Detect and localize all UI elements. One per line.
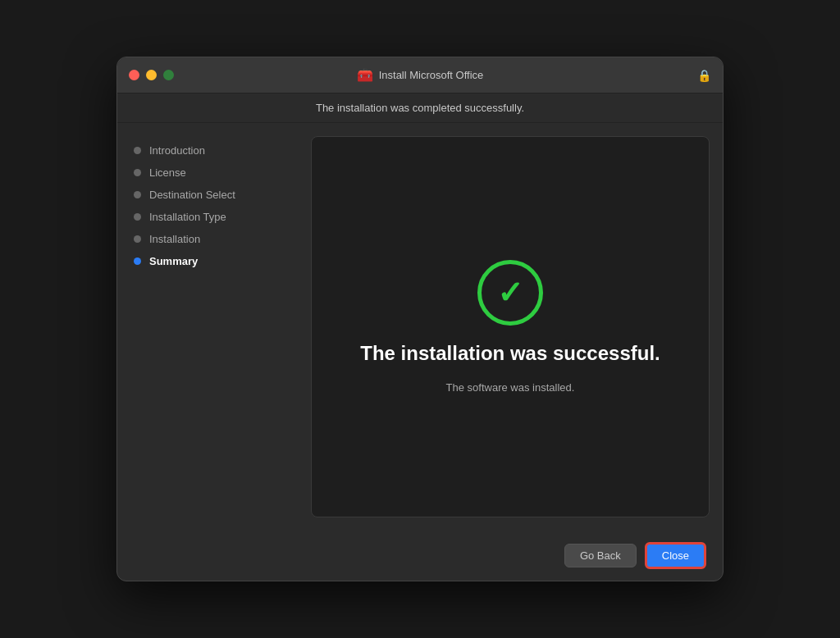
sidebar-dot-license [134,169,141,176]
sidebar: Introduction License Destination Select … [117,123,298,531]
content-area: Introduction License Destination Select … [117,123,723,531]
success-subtitle: The software was installed. [446,381,575,394]
lock-icon: 🔒 [697,69,711,82]
maximize-window-button[interactable] [163,70,174,80]
success-checkmark-circle: ✓ [477,260,543,326]
main-content: ✓ The installation was successful. The s… [298,123,723,531]
sidebar-dot-installation [134,235,141,243]
sidebar-item-destination-select[interactable]: Destination Select [117,184,298,206]
close-window-button[interactable] [129,70,139,80]
sidebar-dot-introduction [134,147,141,154]
titlebar: 🧰 Install Microsoft Office 🔒 [117,57,723,93]
sidebar-label-license: License [149,166,186,179]
sidebar-label-installation: Installation [149,233,200,245]
window-title-group: 🧰 Install Microsoft Office [357,67,484,83]
sidebar-item-summary[interactable]: Summary [117,250,298,272]
sidebar-item-installation-type[interactable]: Installation Type [117,206,298,228]
sidebar-label-summary: Summary [149,255,198,267]
sidebar-dot-destination-select [134,191,141,198]
sidebar-label-introduction: Introduction [149,144,205,157]
sidebar-item-introduction[interactable]: Introduction [117,139,298,162]
status-message: The installation was completed successfu… [316,102,524,114]
sidebar-dot-summary [134,257,141,265]
status-bar: The installation was completed successfu… [117,93,723,123]
checkmark-icon: ✓ [497,275,523,311]
success-panel: ✓ The installation was successful. The s… [311,136,710,517]
sidebar-label-installation-type: Installation Type [149,211,226,223]
sidebar-item-installation[interactable]: Installation [117,228,298,250]
app-icon: 🧰 [357,67,373,83]
sidebar-item-license[interactable]: License [117,162,298,184]
close-button[interactable]: Close [645,542,706,569]
footer: Go Back Close [117,531,723,581]
go-back-button[interactable]: Go Back [564,544,637,567]
minimize-window-button[interactable] [146,70,157,80]
sidebar-label-destination-select: Destination Select [149,189,235,201]
window-title: Install Microsoft Office [379,69,484,81]
installer-window: 🧰 Install Microsoft Office 🔒 The install… [116,57,724,581]
success-title: The installation was successful. [360,342,660,365]
traffic-lights [129,70,174,80]
sidebar-dot-installation-type [134,213,141,221]
